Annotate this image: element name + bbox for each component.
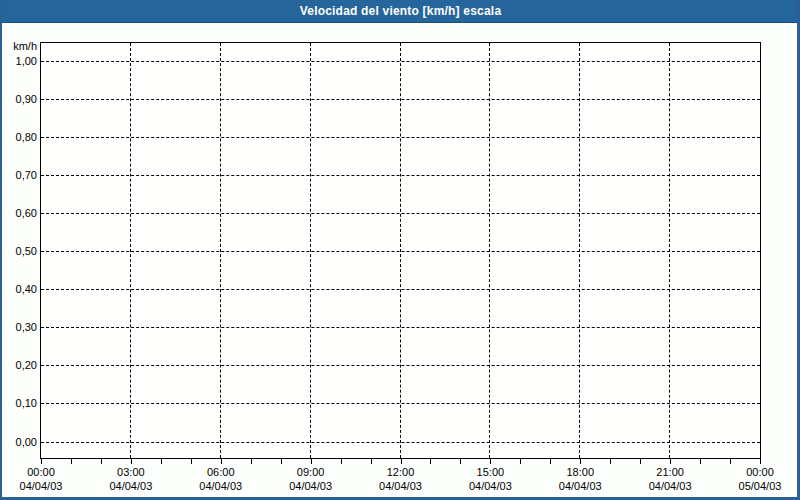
x-date-label: 04/04/03 xyxy=(540,480,620,493)
x-date-label: 04/04/03 xyxy=(91,480,171,493)
x-axis-tick xyxy=(580,459,581,464)
x-axis-tick xyxy=(101,459,102,464)
y-gridline xyxy=(41,327,760,328)
y-tick-label: 0,30 xyxy=(2,320,37,334)
y-gridline xyxy=(41,289,760,290)
x-axis-tick xyxy=(550,459,551,464)
x-time-label: 00:00 xyxy=(720,466,800,479)
x-axis-tick xyxy=(131,459,132,464)
title-bar: Velocidad del viento [km/h] escala xyxy=(0,0,800,23)
y-tick-label: 0,40 xyxy=(2,282,37,296)
x-axis-tick xyxy=(191,459,192,464)
x-date-label: 04/04/03 xyxy=(1,480,81,493)
x-axis-tick xyxy=(730,459,731,464)
y-axis-unit-label: km/h xyxy=(2,39,37,53)
x-axis-tick xyxy=(371,459,372,464)
x-time-label: 06:00 xyxy=(181,466,261,479)
y-tick-label: 0,50 xyxy=(2,244,37,258)
y-gridline xyxy=(41,403,760,404)
x-axis-tick xyxy=(341,459,342,464)
x-time-label: 00:00 xyxy=(1,466,81,479)
y-gridline xyxy=(41,365,760,366)
x-gridline xyxy=(310,43,311,458)
x-axis-tick xyxy=(490,459,491,464)
y-tick-label: 0,90 xyxy=(2,92,37,106)
x-time-label: 15:00 xyxy=(450,466,530,479)
y-gridline xyxy=(41,442,760,443)
plot-area xyxy=(40,42,761,459)
y-tick-label: 0,10 xyxy=(2,396,37,410)
x-time-label: 03:00 xyxy=(91,466,171,479)
x-axis-tick xyxy=(640,459,641,464)
chart-window: Velocidad del viento [km/h] escala km/h … xyxy=(0,0,800,500)
x-date-label: 04/04/03 xyxy=(361,480,441,493)
x-axis-tick xyxy=(760,459,761,464)
x-axis-tick xyxy=(700,459,701,464)
y-tick-label: 0,00 xyxy=(2,435,37,449)
x-gridline xyxy=(130,43,131,458)
y-tick-label: 1,00 xyxy=(2,54,37,68)
x-time-label: 12:00 xyxy=(361,466,441,479)
y-tick-label: 0,60 xyxy=(2,206,37,220)
y-gridline xyxy=(41,61,760,62)
x-date-label: 04/04/03 xyxy=(271,480,351,493)
x-date-label: 04/04/03 xyxy=(450,480,530,493)
x-axis-tick xyxy=(221,459,222,464)
x-time-label: 09:00 xyxy=(271,466,351,479)
x-gridline xyxy=(579,43,580,458)
x-gridline xyxy=(220,43,221,458)
y-gridline xyxy=(41,175,760,176)
x-axis-tick xyxy=(610,459,611,464)
x-axis-tick xyxy=(670,459,671,464)
x-gridline xyxy=(489,43,490,458)
x-date-label: 04/04/03 xyxy=(181,480,261,493)
x-axis-tick xyxy=(460,459,461,464)
chart-title: Velocidad del viento [km/h] escala xyxy=(300,4,502,18)
x-gridline xyxy=(400,43,401,458)
y-tick-label: 0,80 xyxy=(2,130,37,144)
x-axis-tick xyxy=(520,459,521,464)
y-tick-label: 0,20 xyxy=(2,358,37,372)
x-axis-tick xyxy=(71,459,72,464)
x-date-label: 04/04/03 xyxy=(630,480,710,493)
x-axis-tick xyxy=(430,459,431,464)
x-axis-tick xyxy=(41,459,42,464)
y-gridline xyxy=(41,99,760,100)
x-axis-tick xyxy=(401,459,402,464)
x-date-label: 05/04/03 xyxy=(720,480,800,493)
x-axis-tick xyxy=(161,459,162,464)
x-time-label: 21:00 xyxy=(630,466,710,479)
x-axis-tick xyxy=(251,459,252,464)
y-gridline xyxy=(41,251,760,252)
x-axis-tick xyxy=(311,459,312,464)
y-gridline xyxy=(41,213,760,214)
x-gridline xyxy=(669,43,670,458)
x-axis-tick xyxy=(281,459,282,464)
y-gridline xyxy=(41,137,760,138)
x-time-label: 18:00 xyxy=(540,466,620,479)
y-tick-label: 0,70 xyxy=(2,168,37,182)
